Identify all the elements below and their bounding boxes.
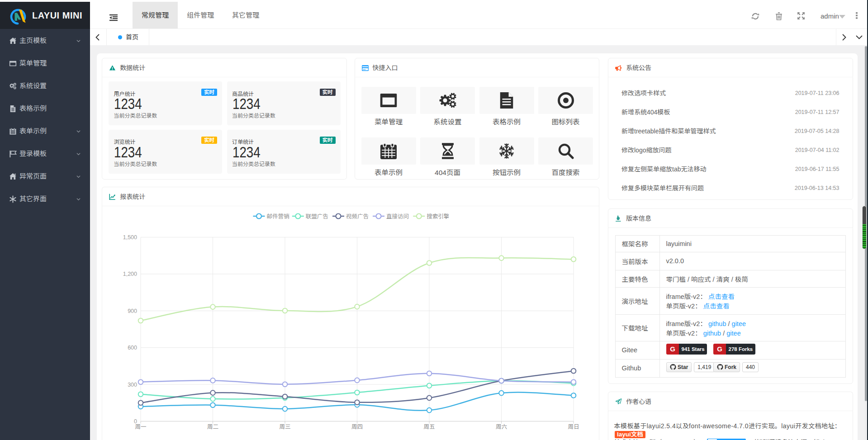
svg-text:周五: 周五 xyxy=(423,424,435,430)
svg-text:邮件营销: 邮件营销 xyxy=(267,213,290,220)
svg-text:300: 300 xyxy=(128,382,137,388)
svg-text:1,500: 1,500 xyxy=(123,234,137,241)
svg-text:周四: 周四 xyxy=(351,424,363,430)
svg-text:1,200: 1,200 xyxy=(123,271,137,277)
svg-text:联盟广告: 联盟广告 xyxy=(306,213,328,220)
svg-text:周二: 周二 xyxy=(207,424,218,430)
svg-text:周日: 周日 xyxy=(568,424,579,430)
svg-text:周六: 周六 xyxy=(496,424,507,430)
svg-text:周三: 周三 xyxy=(279,424,290,430)
svg-text:600: 600 xyxy=(128,345,137,351)
svg-text:直接访问: 直接访问 xyxy=(386,213,409,220)
svg-text:视频广告: 视频广告 xyxy=(346,213,369,220)
svg-text:900: 900 xyxy=(128,308,137,314)
svg-text:搜索引擎: 搜索引擎 xyxy=(427,213,449,220)
svg-text:周一: 周一 xyxy=(135,424,146,430)
